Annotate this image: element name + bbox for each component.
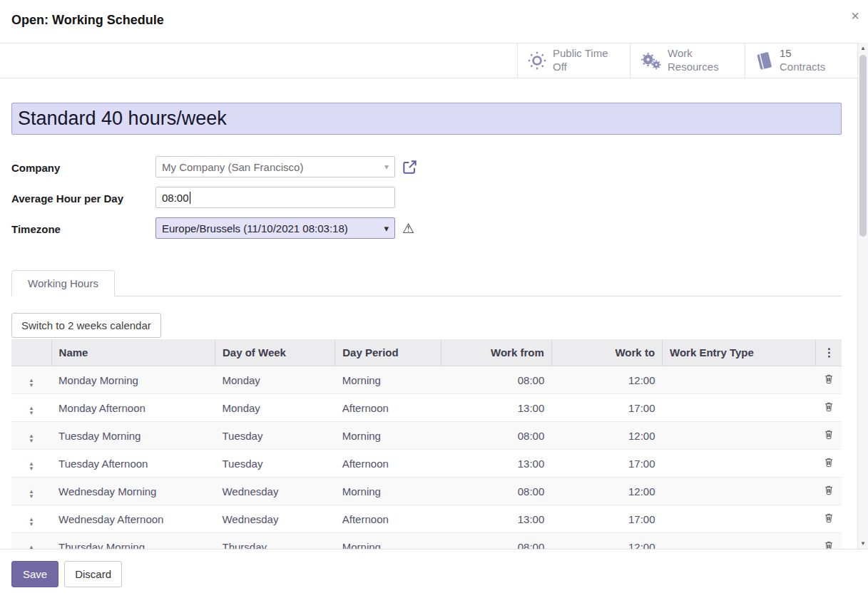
contracts-count: 15 bbox=[780, 47, 847, 61]
cell-name[interactable]: Monday Morning bbox=[51, 366, 215, 394]
book-icon bbox=[755, 51, 773, 71]
save-button[interactable]: Save bbox=[11, 561, 58, 587]
cell-name[interactable]: Wednesday Morning bbox=[51, 478, 215, 505]
scroll-up-icon[interactable]: ▲ bbox=[858, 43, 868, 53]
cell-work-entry-type[interactable] bbox=[663, 422, 816, 450]
drag-handle-icon[interactable]: ▴▾ bbox=[11, 422, 51, 450]
cell-day-of-week[interactable]: Wednesday bbox=[215, 478, 335, 505]
drag-handle-icon[interactable]: ▴▾ bbox=[11, 478, 51, 505]
cell-name[interactable]: Monday Afternoon bbox=[51, 394, 215, 422]
working-hours-table: Name Day of Week Day Period Work from Wo… bbox=[11, 339, 842, 561]
cell-work-entry-type[interactable] bbox=[663, 450, 816, 478]
scrollbar-thumb[interactable] bbox=[859, 55, 867, 237]
table-row[interactable]: ▴▾ Monday Morning Monday Morning 08:00 1… bbox=[11, 366, 842, 394]
chevron-down-icon: ▾ bbox=[384, 162, 389, 172]
cell-day-period[interactable]: Afternoon bbox=[335, 450, 441, 478]
tab-bar: Working Hours bbox=[11, 270, 842, 297]
tab-working-hours[interactable]: Working Hours bbox=[11, 270, 115, 297]
external-link-icon[interactable] bbox=[402, 160, 417, 175]
cell-work-to[interactable]: 12:00 bbox=[551, 422, 662, 450]
cell-work-from[interactable]: 08:00 bbox=[441, 478, 551, 505]
company-label: Company bbox=[11, 156, 129, 176]
delete-row-icon[interactable] bbox=[816, 394, 842, 422]
delete-row-icon[interactable] bbox=[816, 422, 842, 450]
delete-row-icon[interactable] bbox=[816, 505, 842, 533]
cell-name[interactable]: Tuesday Afternoon bbox=[51, 450, 215, 478]
cell-work-entry-type[interactable] bbox=[663, 478, 816, 505]
company-value: My Company (San Francisco) bbox=[162, 161, 384, 173]
delete-row-icon[interactable] bbox=[816, 450, 842, 478]
cell-day-of-week[interactable]: Monday bbox=[215, 366, 335, 394]
cell-day-period[interactable]: Morning bbox=[335, 478, 441, 505]
table-row[interactable]: ▴▾ Wednesday Afternoon Wednesday Afterno… bbox=[11, 505, 842, 533]
switch-calendar-button[interactable]: Switch to 2 weeks calendar bbox=[11, 313, 161, 338]
timezone-value: Europe/Brussels (11/10/2021 08:03:18) bbox=[162, 222, 384, 234]
schedule-name-input[interactable] bbox=[11, 103, 842, 135]
column-header-work-to[interactable]: Work to bbox=[551, 339, 662, 366]
cell-work-to[interactable]: 17:00 bbox=[551, 450, 662, 478]
cell-work-entry-type[interactable] bbox=[663, 394, 816, 422]
modal-body: Company My Company (San Francisco) ▾ Ave… bbox=[0, 103, 868, 561]
cell-work-to[interactable]: 12:00 bbox=[551, 478, 662, 505]
close-icon[interactable]: × bbox=[851, 9, 859, 23]
cell-day-of-week[interactable]: Tuesday bbox=[215, 422, 335, 450]
chevron-down-icon: ▾ bbox=[384, 223, 389, 234]
modal-title: Open: Working Schedule bbox=[11, 13, 857, 28]
cell-work-entry-type[interactable] bbox=[663, 505, 816, 533]
vertical-scrollbar[interactable]: ▲ ▼ bbox=[857, 43, 868, 549]
drag-handle-icon[interactable]: ▴▾ bbox=[11, 366, 51, 394]
column-header-day-period[interactable]: Day Period bbox=[335, 339, 441, 366]
cell-day-period[interactable]: Morning bbox=[335, 422, 441, 450]
cell-work-from[interactable]: 13:00 bbox=[441, 450, 551, 478]
table-row[interactable]: ▴▾ Tuesday Afternoon Tuesday Afternoon 1… bbox=[11, 450, 842, 478]
column-header-name[interactable]: Name bbox=[51, 339, 215, 366]
work-resources-button[interactable]: Work Resources bbox=[630, 43, 745, 78]
table-header-row: Name Day of Week Day Period Work from Wo… bbox=[11, 339, 842, 366]
table-row[interactable]: ▴▾ Tuesday Morning Tuesday Morning 08:00… bbox=[11, 422, 842, 450]
company-field[interactable]: My Company (San Francisco) ▾ bbox=[155, 156, 395, 177]
cell-day-of-week[interactable]: Monday bbox=[215, 394, 335, 422]
cell-day-period[interactable]: Afternoon bbox=[335, 394, 441, 422]
cell-work-entry-type[interactable] bbox=[663, 366, 816, 394]
cell-day-period[interactable]: Afternoon bbox=[335, 505, 441, 533]
contracts-button[interactable]: 15 Contracts bbox=[745, 43, 857, 78]
contracts-label: Contracts bbox=[780, 61, 825, 73]
average-hour-value: 08:00 bbox=[162, 192, 189, 204]
cell-work-from[interactable]: 08:00 bbox=[441, 422, 551, 450]
cell-work-from[interactable]: 08:00 bbox=[441, 366, 551, 394]
average-hour-input[interactable]: 08:00 bbox=[155, 187, 395, 208]
stat-button-label: Public Time Off bbox=[553, 47, 620, 74]
public-time-off-button[interactable]: Public Time Off bbox=[517, 43, 630, 78]
warning-icon: ⚠ bbox=[402, 222, 414, 235]
cell-day-of-week[interactable]: Tuesday bbox=[215, 450, 335, 478]
text-cursor bbox=[190, 192, 190, 204]
handle-column-header bbox=[11, 339, 51, 366]
timezone-select[interactable]: Europe/Brussels (11/10/2021 08:03:18) ▾ bbox=[155, 217, 395, 239]
table-row[interactable]: ▴▾ Wednesday Morning Wednesday Morning 0… bbox=[11, 478, 842, 505]
column-header-day-of-week[interactable]: Day of Week bbox=[215, 339, 335, 366]
timezone-label: Timezone bbox=[11, 217, 129, 237]
cell-day-of-week[interactable]: Wednesday bbox=[215, 505, 335, 533]
cell-name[interactable]: Wednesday Afternoon bbox=[51, 505, 215, 533]
modal-footer: Save Discard bbox=[0, 549, 868, 598]
column-options-icon[interactable]: ⋮ bbox=[816, 339, 842, 366]
cell-work-from[interactable]: 13:00 bbox=[441, 394, 551, 422]
cell-name[interactable]: Tuesday Morning bbox=[51, 422, 215, 450]
scroll-down-icon[interactable]: ▼ bbox=[858, 538, 868, 549]
column-header-work-entry-type[interactable]: Work Entry Type bbox=[663, 339, 816, 366]
table-row[interactable]: ▴▾ Monday Afternoon Monday Afternoon 13:… bbox=[11, 394, 842, 422]
form-grid: Company My Company (San Francisco) ▾ Ave… bbox=[11, 156, 842, 239]
discard-button[interactable]: Discard bbox=[64, 561, 122, 587]
column-header-work-from[interactable]: Work from bbox=[441, 339, 551, 366]
cell-work-to[interactable]: 12:00 bbox=[551, 366, 662, 394]
delete-row-icon[interactable] bbox=[816, 478, 842, 505]
cell-day-period[interactable]: Morning bbox=[335, 366, 441, 394]
cell-work-from[interactable]: 13:00 bbox=[441, 505, 551, 533]
drag-handle-icon[interactable]: ▴▾ bbox=[11, 505, 51, 533]
cell-work-to[interactable]: 17:00 bbox=[551, 394, 662, 422]
drag-handle-icon[interactable]: ▴▾ bbox=[11, 450, 51, 478]
drag-handle-icon[interactable]: ▴▾ bbox=[11, 394, 51, 422]
delete-row-icon[interactable] bbox=[816, 366, 842, 394]
cell-work-to[interactable]: 17:00 bbox=[551, 505, 662, 533]
modal-header: Open: Working Schedule × bbox=[0, 0, 868, 43]
